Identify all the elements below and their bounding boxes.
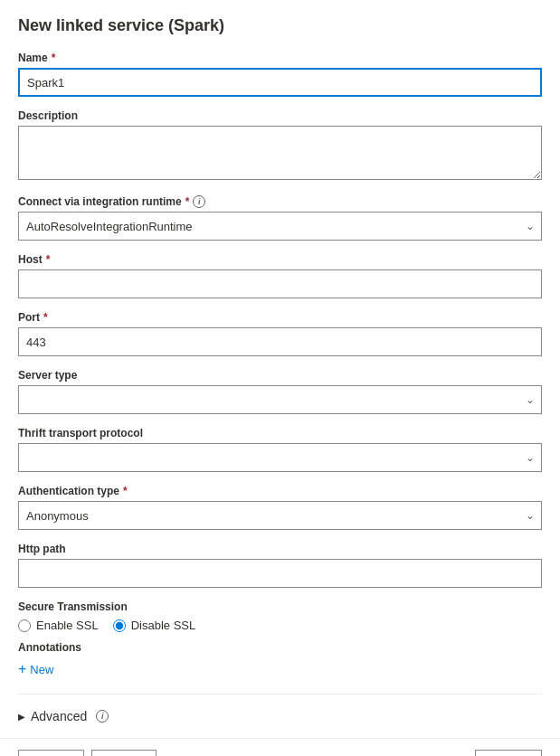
thrift-select[interactable] (18, 443, 542, 472)
description-input[interactable] (18, 126, 542, 180)
host-field-group: Host * (18, 253, 542, 298)
thrift-label: Thrift transport protocol (18, 427, 542, 439)
connect-field-group: Connect via integration runtime * i Auto… (18, 195, 542, 241)
auth-select[interactable]: Anonymous (18, 501, 542, 530)
annotations-label: Annotations (18, 641, 542, 654)
new-annotation-button[interactable]: + New (18, 657, 53, 681)
cancel-button[interactable]: Cancel (475, 750, 542, 756)
http-path-label: Http path (18, 543, 542, 555)
footer-right-actions: ⚡ Test connection Cancel (337, 750, 542, 756)
advanced-label: Advanced (31, 709, 87, 723)
host-input[interactable] (18, 269, 542, 298)
enable-ssl-radio[interactable] (18, 619, 31, 632)
ssl-radio-group: Enable SSL Disable SSL (18, 619, 542, 632)
connect-label: Connect via integration runtime * i (18, 195, 542, 208)
thrift-field-group: Thrift transport protocol ⌄ (18, 427, 542, 472)
disable-ssl-label[interactable]: Disable SSL (113, 619, 196, 632)
enable-ssl-label[interactable]: Enable SSL (18, 619, 99, 632)
plus-icon: + (18, 661, 26, 677)
port-input[interactable] (18, 327, 542, 356)
server-type-label: Server type (18, 369, 542, 382)
footer: Create Back ⚡ Test connection Cancel (0, 738, 560, 756)
auth-required: * (123, 485, 128, 497)
connect-info-icon[interactable]: i (193, 195, 205, 208)
auth-label: Authentication type * (18, 485, 542, 497)
auth-select-wrapper: Anonymous ⌄ (18, 501, 542, 530)
section-divider (18, 694, 542, 695)
server-type-select-wrapper: ⌄ (18, 385, 542, 414)
form-panel: New linked service (Spark) Name * Descri… (0, 0, 560, 738)
advanced-chevron-icon: ▶ (18, 712, 25, 722)
connect-required: * (185, 195, 190, 208)
connect-select-wrapper: AutoResolveIntegrationRuntime ⌄ (18, 212, 542, 241)
disable-ssl-radio[interactable] (113, 619, 126, 632)
create-button[interactable]: Create (18, 750, 84, 756)
port-label: Port * (18, 311, 542, 324)
back-button[interactable]: Back (91, 750, 157, 756)
server-type-field-group: Server type ⌄ (18, 369, 542, 414)
name-input[interactable] (18, 68, 542, 97)
connect-select[interactable]: AutoResolveIntegrationRuntime (18, 212, 542, 241)
host-label: Host * (18, 253, 542, 266)
page-title: New linked service (Spark) (18, 16, 542, 35)
port-field-group: Port * (18, 311, 542, 356)
ssl-section-label: Secure Transmission (18, 600, 542, 613)
thrift-select-wrapper: ⌄ (18, 443, 542, 472)
advanced-info-icon[interactable]: i (96, 710, 109, 723)
description-field-group: Description (18, 109, 542, 183)
port-required: * (43, 311, 48, 324)
host-required: * (46, 253, 51, 266)
server-type-select[interactable] (18, 385, 542, 414)
name-field-group: Name * (18, 52, 542, 97)
description-label: Description (18, 109, 542, 122)
test-connection-button[interactable]: ⚡ Test connection (337, 750, 467, 756)
http-path-field-group: Http path (18, 543, 542, 588)
annotations-section: Annotations + New (18, 641, 542, 681)
ssl-section: Secure Transmission Enable SSL Disable S… (18, 600, 542, 632)
advanced-section[interactable]: ▶ Advanced i (18, 704, 542, 729)
footer-left-actions: Create Back (18, 750, 157, 756)
http-path-input[interactable] (18, 559, 542, 588)
name-label: Name * (18, 52, 542, 64)
name-required: * (52, 52, 56, 64)
auth-field-group: Authentication type * Anonymous ⌄ (18, 485, 542, 530)
